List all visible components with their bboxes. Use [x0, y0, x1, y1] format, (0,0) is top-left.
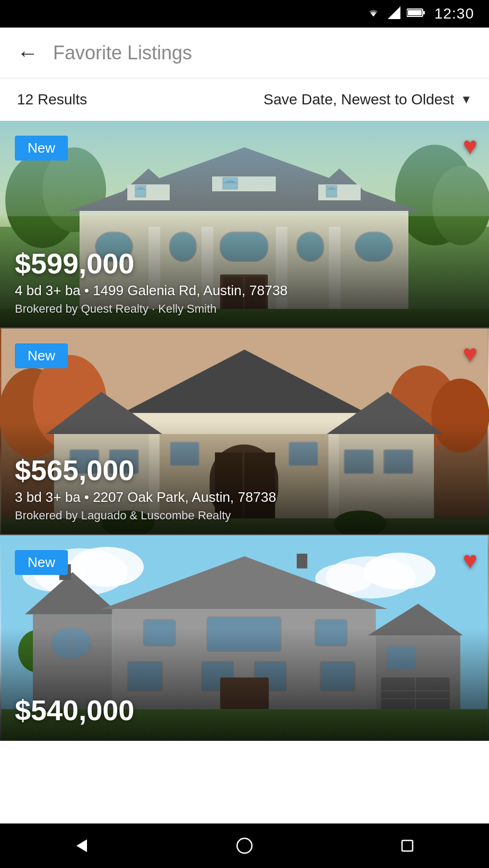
favorite-button[interactable]: ♥: [463, 546, 477, 574]
listing-broker: Brokered by Quest Realty · Kelly Smith: [15, 302, 474, 316]
svg-point-100: [237, 838, 252, 853]
nav-recents-button[interactable]: [386, 825, 429, 867]
signal-icon: [388, 6, 400, 21]
listing-card[interactable]: New ♥ $565,000 3 bd 3+ ba • 2207 Oak Par…: [0, 327, 489, 534]
sort-dropdown[interactable]: Save Date, Newest to Oldest ▼: [264, 91, 472, 108]
results-count: 12 Results: [17, 91, 87, 108]
listings-container: New ♥ $599,000 4 bd 3+ ba • 1499 Galenia…: [0, 121, 489, 741]
svg-point-65: [364, 553, 435, 590]
battery-icon: [407, 8, 425, 20]
listing-info: $599,000 4 bd 3+ ba • 1499 Galenia Rd, A…: [0, 248, 489, 327]
listing-card[interactable]: New ♥ $540,000: [0, 534, 489, 741]
status-bar: 12:30: [0, 0, 489, 28]
nav-home-button[interactable]: [223, 825, 266, 867]
back-nav-icon: [72, 836, 91, 855]
listing-details: 4 bd 3+ ba • 1499 Galenia Rd, Austin, 78…: [15, 282, 474, 299]
svg-rect-2: [423, 11, 425, 14]
chevron-down-icon: ▼: [460, 93, 472, 107]
favorite-button[interactable]: ♥: [463, 131, 477, 160]
svg-rect-101: [402, 840, 413, 851]
listing-details: 3 bd 3+ ba • 2207 Oak Park, Austin, 7873…: [15, 489, 474, 506]
new-badge: New: [15, 343, 68, 368]
svg-rect-94: [296, 554, 307, 569]
listing-broker: Brokered by Laguado & Luscombe Realty: [15, 509, 474, 522]
favorite-button[interactable]: ♥: [463, 339, 477, 368]
listing-info: $565,000 3 bd 3+ ba • 2207 Oak Park, Aus…: [0, 455, 489, 534]
nav-back-button[interactable]: [60, 825, 103, 867]
svg-rect-3: [408, 10, 422, 15]
page-title: Favorite Listings: [53, 42, 192, 64]
wifi-icon: [365, 7, 381, 21]
status-icons: [365, 6, 425, 21]
svg-marker-99: [76, 839, 87, 852]
sort-bar: 12 Results Save Date, Newest to Oldest ▼: [0, 78, 489, 121]
bottom-nav: [0, 823, 489, 868]
listing-card[interactable]: New ♥ $599,000 4 bd 3+ ba • 1499 Galenia…: [0, 121, 489, 327]
home-nav-icon: [235, 836, 254, 855]
sort-label: Save Date, Newest to Oldest: [264, 91, 455, 108]
new-badge: New: [15, 136, 68, 161]
status-time: 12:30: [434, 5, 474, 22]
app-header: ← Favorite Listings: [0, 28, 489, 78]
back-button[interactable]: ←: [17, 42, 38, 64]
listing-info: $540,000: [0, 695, 489, 741]
svg-marker-0: [388, 6, 400, 19]
listing-price: $540,000: [15, 695, 474, 726]
listing-price: $599,000: [15, 248, 474, 279]
listing-price: $565,000: [15, 455, 474, 486]
svg-rect-34: [0, 121, 489, 216]
recents-nav-icon: [398, 836, 417, 855]
new-badge: New: [15, 550, 68, 575]
